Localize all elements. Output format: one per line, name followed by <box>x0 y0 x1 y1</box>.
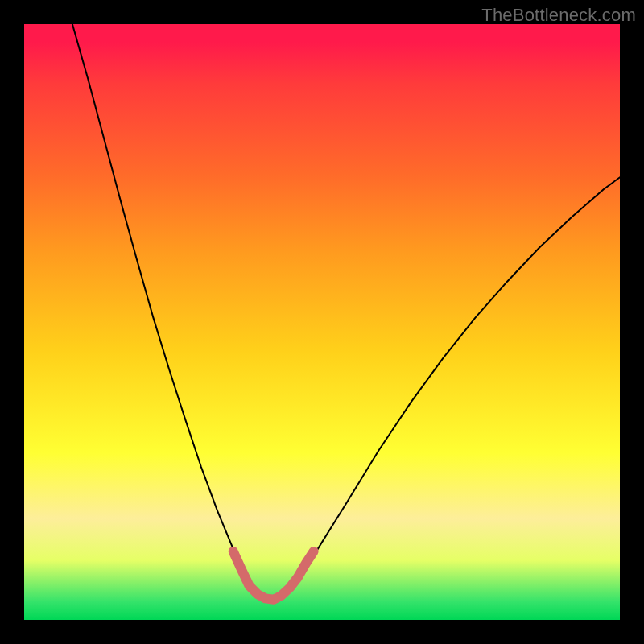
plot-area <box>24 24 620 620</box>
curve-left <box>72 24 250 580</box>
curve-right <box>298 177 620 580</box>
watermark-text: TheBottleneck.com <box>481 5 636 26</box>
chart-frame: TheBottleneck.com <box>0 0 644 644</box>
curve-trough <box>233 551 314 600</box>
curves-layer <box>24 24 620 620</box>
